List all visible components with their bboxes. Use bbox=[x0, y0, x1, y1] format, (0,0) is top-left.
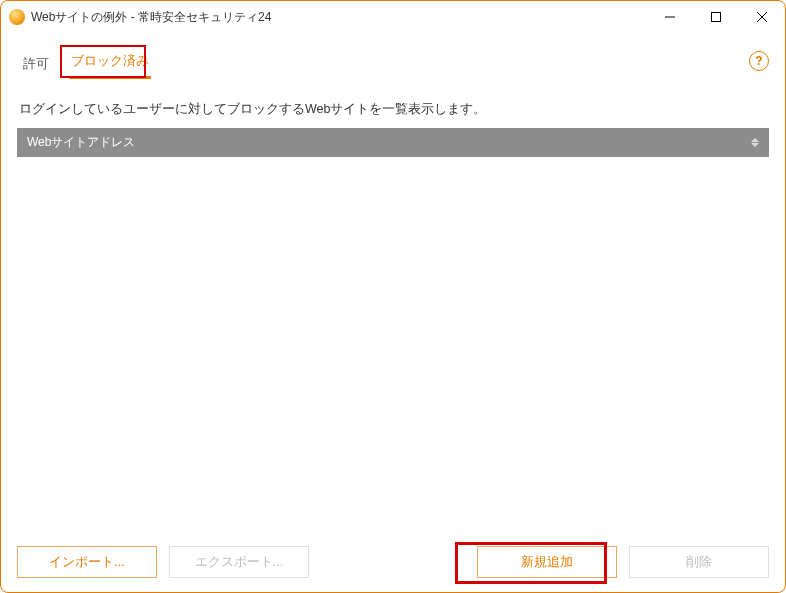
titlebar: Webサイトの例外 - 常時安全セキュリティ24 bbox=[1, 1, 785, 33]
close-icon bbox=[757, 12, 767, 22]
svg-rect-1 bbox=[712, 13, 721, 22]
close-button[interactable] bbox=[739, 1, 785, 33]
sort-icon bbox=[751, 138, 759, 147]
grid-header[interactable]: Webサイトアドレス bbox=[17, 128, 769, 157]
help-button[interactable]: ? bbox=[749, 51, 769, 71]
content-area: 許可 ブロック済み ? ログインしているユーザーに対してブロックするWebサイト… bbox=[1, 33, 785, 592]
tab-bar: 許可 ブロック済み bbox=[17, 51, 769, 79]
maximize-icon bbox=[711, 12, 721, 22]
window-controls bbox=[647, 1, 785, 33]
app-window: Webサイトの例外 - 常時安全セキュリティ24 許可 ブロック済み ? ログイ… bbox=[0, 0, 786, 593]
column-website-address: Webサイトアドレス bbox=[27, 134, 135, 151]
app-icon bbox=[9, 9, 25, 25]
tab-allow[interactable]: 許可 bbox=[21, 51, 51, 79]
help-icon: ? bbox=[755, 54, 762, 68]
description-text: ログインしているユーザーに対してブロックするWebサイトを一覧表示します。 bbox=[17, 101, 769, 118]
minimize-icon bbox=[665, 12, 675, 22]
delete-button[interactable]: 削除 bbox=[629, 546, 769, 578]
grid-body bbox=[17, 157, 769, 540]
minimize-button[interactable] bbox=[647, 1, 693, 33]
window-title: Webサイトの例外 - 常時安全セキュリティ24 bbox=[31, 9, 647, 26]
import-button[interactable]: インポート... bbox=[17, 546, 157, 578]
spacer bbox=[321, 546, 465, 578]
tab-blocked[interactable]: ブロック済み bbox=[69, 48, 151, 79]
add-button[interactable]: 新規追加 bbox=[477, 546, 617, 578]
footer-buttons: インポート... エクスポート... 新規追加 削除 bbox=[17, 540, 769, 578]
export-button[interactable]: エクスポート... bbox=[169, 546, 309, 578]
maximize-button[interactable] bbox=[693, 1, 739, 33]
